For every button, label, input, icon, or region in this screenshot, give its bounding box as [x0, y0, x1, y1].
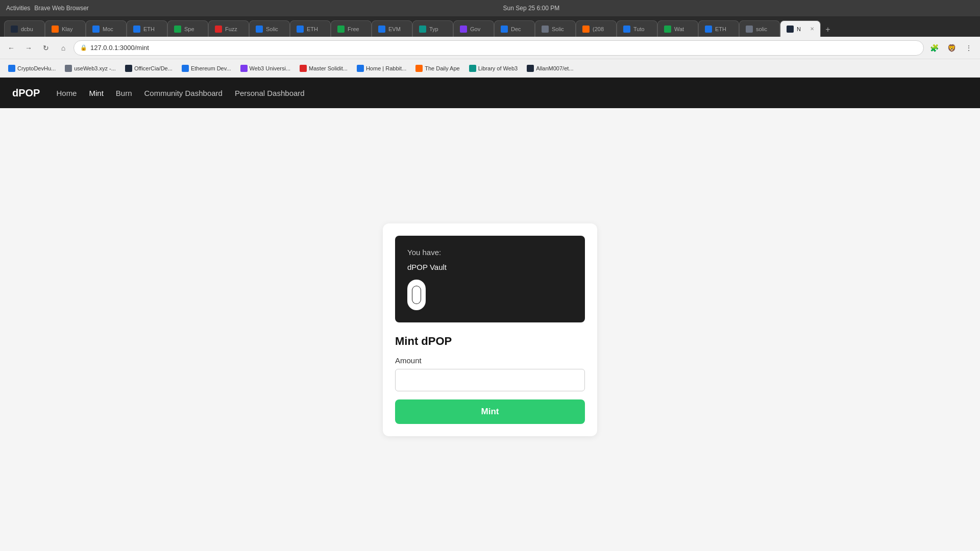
tab-label: Dec [511, 26, 528, 32]
tab-eth3[interactable]: ETH [698, 20, 739, 37]
tab-favicon [11, 26, 18, 33]
tab-bar: dcbu Klay Moc ETH Spe Fuzz Solic ETH [0, 16, 980, 37]
tab-favicon [501, 26, 508, 33]
tab-favicon [256, 26, 263, 33]
bookmark-cryptodev[interactable]: CryptoDevHu... [4, 62, 60, 75]
tab-wat[interactable]: Wat [657, 20, 698, 37]
address-bar[interactable]: 🔒 127.0.0.1:3000/mint [74, 40, 924, 56]
tab-favicon [215, 26, 222, 33]
navigation-bar: ← → ↻ ⌂ 🔒 127.0.0.1:3000/mint 🧩 🦁 ⋮ [0, 37, 980, 59]
tab-favicon [419, 26, 426, 33]
datetime: Sun Sep 25 6:00 PM [503, 5, 560, 12]
tab-dec[interactable]: Dec [494, 20, 535, 37]
app-nav-links: Home Mint Burn Community Dashboard Perso… [56, 89, 304, 97]
nav-link-community-dashboard[interactable]: Community Dashboard [144, 89, 223, 97]
tab-label: Tuto [633, 26, 651, 32]
bookmark-label: useWeb3.xyz -... [74, 65, 116, 71]
bookmark-favicon [357, 65, 364, 72]
tab-label: Moc [103, 26, 120, 32]
extensions-button[interactable]: 🧩 [927, 41, 941, 55]
mint-card: You have: dPOP Vault Mint dPOP Amount Mi… [383, 223, 597, 436]
tab-208[interactable]: (208 [576, 20, 617, 37]
tab-label: (208 [593, 26, 610, 32]
bookmark-favicon [182, 65, 189, 72]
tab-evm[interactable]: EVM [372, 20, 412, 37]
tab-favicon [52, 26, 59, 33]
amount-label: Amount [395, 356, 585, 365]
tab-favicon [378, 26, 385, 33]
bookmark-label: The Daily Ape [425, 65, 459, 71]
mint-title: Mint dPOP [395, 335, 585, 348]
app-navbar: dPOP Home Mint Burn Community Dashboard … [0, 78, 980, 108]
tab-label: EVM [388, 26, 406, 32]
you-have-label: You have: [407, 248, 573, 257]
bookmark-daily-ape[interactable]: The Daily Ape [411, 62, 463, 75]
tab-solic1[interactable]: Solic [249, 20, 290, 37]
tab-label: Wat [674, 26, 692, 32]
bookmark-library-web3[interactable]: Library of Web3 [465, 62, 522, 75]
nav-link-home[interactable]: Home [56, 89, 77, 97]
bookmark-label: Ethereum Dev... [191, 65, 231, 71]
bookmark-officercia[interactable]: OfficerCia/De... [121, 62, 177, 75]
new-tab-button[interactable]: + [821, 22, 835, 37]
tab-label: Fuzz [225, 26, 242, 32]
tab-mint-active[interactable]: N ✕ [780, 20, 821, 37]
tab-favicon [664, 26, 671, 33]
bookmark-label: OfficerCia/De... [134, 65, 173, 71]
home-button[interactable]: ⌂ [56, 41, 70, 55]
bookmark-favicon [527, 65, 534, 72]
tab-label: solic [756, 26, 773, 32]
bookmark-ethereum-dev[interactable]: Ethereum Dev... [178, 62, 235, 75]
brave-shield-button[interactable]: 🦁 [944, 41, 959, 55]
nav-link-burn[interactable]: Burn [116, 89, 132, 97]
bookmark-web3uni[interactable]: Web3 Universi... [236, 62, 295, 75]
tab-eth1[interactable]: ETH [127, 20, 167, 37]
bookmark-allanm007[interactable]: AllanM007/et... [523, 62, 577, 75]
tab-gov[interactable]: Gov [453, 20, 494, 37]
tab-favicon [460, 26, 467, 33]
tab-free[interactable]: Free [331, 20, 372, 37]
tab-solic2[interactable]: Solic [535, 20, 576, 37]
bookmark-favicon [65, 65, 72, 72]
tab-typ[interactable]: Typ [412, 20, 453, 37]
tab-favicon [337, 26, 345, 33]
svg-rect-1 [412, 286, 421, 304]
tab-eth2[interactable]: ETH [290, 20, 331, 37]
tab-klay[interactable]: Klay [45, 20, 86, 37]
tab-fuzz[interactable]: Fuzz [208, 20, 249, 37]
tab-favicon [133, 26, 140, 33]
tab-tuto[interactable]: Tuto [617, 20, 657, 37]
app-logo: dPOP [12, 87, 40, 99]
bookmark-favicon [469, 65, 476, 72]
nav-link-mint[interactable]: Mint [89, 89, 103, 97]
bookmark-useweb3[interactable]: useWeb3.xyz -... [61, 62, 120, 75]
tab-dcbu[interactable]: dcbu [4, 20, 45, 37]
back-button[interactable]: ← [4, 41, 18, 55]
bookmark-master-solidity[interactable]: Master Solidit... [296, 62, 352, 75]
tab-label: dcbu [21, 26, 38, 32]
lock-icon: 🔒 [80, 44, 87, 51]
bookmark-label: CryptoDevHu... [17, 65, 56, 71]
tab-favicon [297, 26, 304, 33]
tab-solic3[interactable]: solic [739, 20, 780, 37]
app-area: dPOP Home Mint Burn Community Dashboard … [0, 78, 980, 551]
tab-moc[interactable]: Moc [86, 20, 127, 37]
menu-button[interactable]: ⋮ [962, 41, 976, 55]
reload-button[interactable]: ↻ [39, 41, 53, 55]
bookmark-label: AllanM007/et... [536, 65, 573, 71]
mint-button[interactable]: Mint [395, 399, 585, 424]
tab-spe[interactable]: Spe [167, 20, 208, 37]
vault-info-section: You have: dPOP Vault [395, 236, 585, 322]
vault-label: dPOP Vault [407, 263, 573, 271]
tab-label: ETH [715, 26, 732, 32]
forward-button[interactable]: → [21, 41, 36, 55]
nav-link-personal-dashboard[interactable]: Personal Dashboard [235, 89, 305, 97]
browser-name[interactable]: Brave Web Browser [34, 5, 88, 12]
amount-input[interactable] [395, 369, 585, 391]
activities-label[interactable]: Activities [6, 5, 30, 12]
tab-favicon [787, 26, 794, 33]
tab-close-icon[interactable]: ✕ [810, 26, 814, 32]
tab-favicon [92, 26, 100, 33]
bookmark-home-rabbit[interactable]: Home | Rabbit... [353, 62, 410, 75]
tab-label: Klay [62, 26, 79, 32]
